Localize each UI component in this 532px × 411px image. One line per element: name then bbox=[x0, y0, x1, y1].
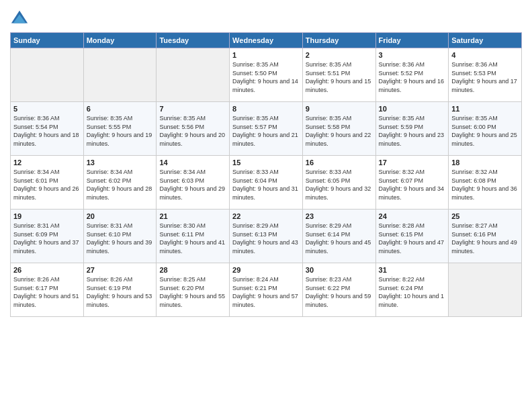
week-row-2: 5Sunrise: 8:36 AMSunset: 5:54 PMDaylight… bbox=[11, 102, 522, 156]
weekday-header-friday: Friday bbox=[375, 33, 449, 48]
day-number: 11 bbox=[451, 105, 519, 113]
day-cell: 16Sunrise: 8:33 AMSunset: 6:05 PMDayligh… bbox=[302, 156, 375, 210]
day-info: Sunrise: 8:28 AMSunset: 6:15 PMDaylight:… bbox=[379, 222, 446, 255]
day-info: Sunrise: 8:31 AMSunset: 6:10 PMDaylight:… bbox=[87, 222, 154, 255]
day-info: Sunrise: 8:33 AMSunset: 6:05 PMDaylight:… bbox=[306, 168, 373, 201]
day-info: Sunrise: 8:29 AMSunset: 6:13 PMDaylight:… bbox=[232, 222, 300, 255]
day-number: 18 bbox=[451, 158, 519, 167]
day-cell: 11Sunrise: 8:35 AMSunset: 6:00 PMDayligh… bbox=[449, 102, 522, 156]
logo-icon bbox=[10, 9, 29, 28]
day-cell: 14Sunrise: 8:34 AMSunset: 6:03 PMDayligh… bbox=[157, 156, 230, 210]
day-info: Sunrise: 8:25 AMSunset: 6:20 PMDaylight:… bbox=[159, 275, 226, 309]
day-number: 17 bbox=[379, 158, 446, 167]
day-number: 20 bbox=[87, 212, 154, 220]
week-row-3: 12Sunrise: 8:34 AMSunset: 6:01 PMDayligh… bbox=[11, 156, 522, 210]
day-info: Sunrise: 8:32 AMSunset: 6:07 PMDaylight:… bbox=[379, 168, 446, 201]
day-cell: 13Sunrise: 8:34 AMSunset: 6:02 PMDayligh… bbox=[83, 156, 157, 210]
day-cell: 20Sunrise: 8:31 AMSunset: 6:10 PMDayligh… bbox=[83, 210, 157, 263]
day-number: 31 bbox=[379, 266, 446, 274]
day-cell: 31Sunrise: 8:22 AMSunset: 6:24 PMDayligh… bbox=[375, 263, 449, 317]
weekday-header-saturday: Saturday bbox=[449, 33, 522, 48]
day-cell: 24Sunrise: 8:28 AMSunset: 6:15 PMDayligh… bbox=[375, 210, 449, 263]
day-cell: 21Sunrise: 8:30 AMSunset: 6:11 PMDayligh… bbox=[157, 210, 230, 263]
day-cell: 25Sunrise: 8:27 AMSunset: 6:16 PMDayligh… bbox=[449, 210, 522, 263]
day-cell: 2Sunrise: 8:35 AMSunset: 5:51 PMDaylight… bbox=[302, 48, 375, 102]
day-info: Sunrise: 8:23 AMSunset: 6:22 PMDaylight:… bbox=[306, 275, 373, 309]
weekday-header-thursday: Thursday bbox=[302, 33, 375, 48]
day-number: 16 bbox=[306, 158, 373, 167]
week-row-1: 1Sunrise: 8:35 AMSunset: 5:50 PMDaylight… bbox=[11, 48, 522, 102]
day-info: Sunrise: 8:35 AMSunset: 6:00 PMDaylight:… bbox=[451, 114, 519, 148]
day-number: 6 bbox=[87, 105, 154, 113]
day-cell: 6Sunrise: 8:35 AMSunset: 5:55 PMDaylight… bbox=[83, 102, 157, 156]
day-number: 1 bbox=[232, 51, 300, 59]
day-info: Sunrise: 8:35 AMSunset: 5:56 PMDaylight:… bbox=[159, 114, 226, 148]
day-number: 5 bbox=[13, 105, 81, 113]
day-info: Sunrise: 8:34 AMSunset: 6:03 PMDaylight:… bbox=[159, 168, 226, 201]
day-info: Sunrise: 8:34 AMSunset: 6:01 PMDaylight:… bbox=[13, 168, 81, 201]
weekday-header-tuesday: Tuesday bbox=[157, 33, 230, 48]
day-info: Sunrise: 8:36 AMSunset: 5:52 PMDaylight:… bbox=[379, 60, 446, 94]
week-row-5: 26Sunrise: 8:26 AMSunset: 6:17 PMDayligh… bbox=[11, 263, 522, 317]
day-number: 22 bbox=[232, 212, 300, 220]
day-info: Sunrise: 8:33 AMSunset: 6:04 PMDaylight:… bbox=[232, 168, 300, 201]
day-info: Sunrise: 8:35 AMSunset: 5:58 PMDaylight:… bbox=[306, 114, 373, 148]
calendar-table: SundayMondayTuesdayWednesdayThursdayFrid… bbox=[10, 32, 522, 317]
day-number: 4 bbox=[451, 51, 519, 59]
day-number: 8 bbox=[232, 105, 300, 113]
day-cell: 22Sunrise: 8:29 AMSunset: 6:13 PMDayligh… bbox=[230, 210, 303, 263]
weekday-header-sunday: Sunday bbox=[11, 33, 84, 48]
day-number: 13 bbox=[87, 158, 154, 167]
day-cell: 19Sunrise: 8:31 AMSunset: 6:09 PMDayligh… bbox=[11, 210, 84, 263]
day-number: 23 bbox=[306, 212, 373, 220]
day-cell: 12Sunrise: 8:34 AMSunset: 6:01 PMDayligh… bbox=[11, 156, 84, 210]
day-number: 12 bbox=[13, 158, 81, 167]
day-info: Sunrise: 8:30 AMSunset: 6:11 PMDaylight:… bbox=[159, 222, 226, 255]
day-number: 15 bbox=[232, 158, 300, 167]
day-cell bbox=[83, 48, 157, 102]
day-number: 24 bbox=[379, 212, 446, 220]
day-cell: 1Sunrise: 8:35 AMSunset: 5:50 PMDaylight… bbox=[230, 48, 303, 102]
day-info: Sunrise: 8:35 AMSunset: 5:51 PMDaylight:… bbox=[306, 60, 373, 94]
day-number: 9 bbox=[306, 105, 373, 113]
day-info: Sunrise: 8:35 AMSunset: 5:55 PMDaylight:… bbox=[87, 114, 154, 148]
day-number: 19 bbox=[13, 212, 81, 220]
day-info: Sunrise: 8:36 AMSunset: 5:53 PMDaylight:… bbox=[451, 60, 519, 94]
day-cell: 26Sunrise: 8:26 AMSunset: 6:17 PMDayligh… bbox=[11, 263, 84, 317]
day-info: Sunrise: 8:35 AMSunset: 5:50 PMDaylight:… bbox=[232, 60, 300, 94]
day-info: Sunrise: 8:26 AMSunset: 6:17 PMDaylight:… bbox=[13, 275, 81, 309]
day-info: Sunrise: 8:27 AMSunset: 6:16 PMDaylight:… bbox=[451, 222, 519, 255]
day-info: Sunrise: 8:29 AMSunset: 6:14 PMDaylight:… bbox=[306, 222, 373, 255]
day-info: Sunrise: 8:35 AMSunset: 5:57 PMDaylight:… bbox=[232, 114, 300, 148]
day-info: Sunrise: 8:32 AMSunset: 6:08 PMDaylight:… bbox=[451, 168, 519, 201]
day-info: Sunrise: 8:26 AMSunset: 6:19 PMDaylight:… bbox=[87, 275, 154, 309]
day-number: 26 bbox=[13, 266, 81, 274]
day-number: 25 bbox=[451, 212, 519, 220]
day-cell: 23Sunrise: 8:29 AMSunset: 6:14 PMDayligh… bbox=[302, 210, 375, 263]
weekday-header-wednesday: Wednesday bbox=[230, 33, 303, 48]
day-number: 21 bbox=[159, 212, 226, 220]
day-cell: 7Sunrise: 8:35 AMSunset: 5:56 PMDaylight… bbox=[157, 102, 230, 156]
day-info: Sunrise: 8:22 AMSunset: 6:24 PMDaylight:… bbox=[379, 275, 446, 309]
day-cell: 28Sunrise: 8:25 AMSunset: 6:20 PMDayligh… bbox=[157, 263, 230, 317]
day-cell bbox=[11, 48, 84, 102]
day-number: 30 bbox=[306, 266, 373, 274]
day-number: 3 bbox=[379, 51, 446, 59]
day-cell: 8Sunrise: 8:35 AMSunset: 5:57 PMDaylight… bbox=[230, 102, 303, 156]
day-number: 27 bbox=[87, 266, 154, 274]
day-cell: 15Sunrise: 8:33 AMSunset: 6:04 PMDayligh… bbox=[230, 156, 303, 210]
weekday-header-monday: Monday bbox=[83, 33, 157, 48]
day-cell bbox=[449, 263, 522, 317]
day-cell: 17Sunrise: 8:32 AMSunset: 6:07 PMDayligh… bbox=[375, 156, 449, 210]
day-number: 29 bbox=[232, 266, 300, 274]
day-info: Sunrise: 8:36 AMSunset: 5:54 PMDaylight:… bbox=[13, 114, 81, 148]
day-cell: 4Sunrise: 8:36 AMSunset: 5:53 PMDaylight… bbox=[449, 48, 522, 102]
day-info: Sunrise: 8:34 AMSunset: 6:02 PMDaylight:… bbox=[87, 168, 154, 201]
day-cell: 9Sunrise: 8:35 AMSunset: 5:58 PMDaylight… bbox=[302, 102, 375, 156]
week-row-4: 19Sunrise: 8:31 AMSunset: 6:09 PMDayligh… bbox=[11, 210, 522, 263]
day-cell: 10Sunrise: 8:35 AMSunset: 5:59 PMDayligh… bbox=[375, 102, 449, 156]
header bbox=[10, 7, 522, 28]
day-number: 28 bbox=[159, 266, 226, 274]
day-info: Sunrise: 8:24 AMSunset: 6:21 PMDaylight:… bbox=[232, 275, 300, 309]
weekday-header-row: SundayMondayTuesdayWednesdayThursdayFrid… bbox=[11, 33, 522, 48]
